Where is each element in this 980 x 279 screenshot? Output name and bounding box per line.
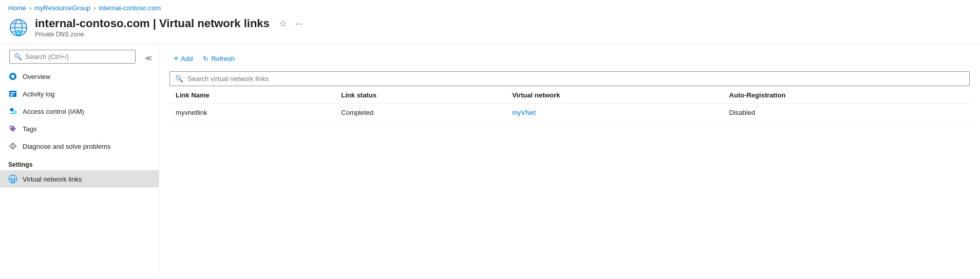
svg-point-18 bbox=[11, 127, 12, 128]
sidebar-search-box: 🔍 bbox=[9, 50, 136, 64]
cell-link-status: Completed bbox=[335, 104, 506, 122]
page-subtitle: Private DNS zone bbox=[35, 31, 305, 38]
svg-text:↔: ↔ bbox=[17, 32, 20, 35]
header-text: internal-contoso.com | Virtual network l… bbox=[35, 17, 305, 38]
sidebar-search-input[interactable] bbox=[25, 53, 131, 61]
search-icon: 🔍 bbox=[14, 53, 22, 61]
refresh-button[interactable]: ↻ Refresh bbox=[199, 53, 239, 65]
breadcrumb-resource[interactable]: internal-contoso.com bbox=[99, 4, 161, 12]
page-title: internal-contoso.com | Virtual network l… bbox=[35, 17, 305, 30]
diagnose-icon bbox=[8, 142, 17, 151]
iam-icon bbox=[8, 107, 17, 116]
toolbar: + Add ↻ Refresh bbox=[169, 48, 970, 71]
overview-icon bbox=[8, 72, 17, 81]
vnet-links-icon: ↔ bbox=[8, 174, 17, 184]
content-search-box: 🔍 bbox=[169, 71, 970, 86]
tags-icon bbox=[8, 124, 17, 133]
svg-text:↔: ↔ bbox=[12, 181, 14, 183]
col-virtual-network: Virtual network bbox=[506, 86, 723, 104]
sidebar-item-access-control[interactable]: Access control (IAM) bbox=[0, 103, 159, 120]
content-search-input[interactable] bbox=[187, 75, 964, 83]
activity-icon bbox=[8, 89, 17, 98]
add-icon: + bbox=[174, 54, 178, 63]
sidebar-search-row: 🔍 ≪ bbox=[0, 48, 159, 68]
col-auto-registration: Auto-Registration bbox=[723, 86, 970, 104]
main-layout: 🔍 ≪ Overview Activity log Access control… bbox=[0, 44, 980, 276]
resource-icon: ↔ bbox=[8, 17, 29, 38]
links-table: Link Name Link status Virtual network Au… bbox=[169, 86, 970, 122]
refresh-icon: ↻ bbox=[203, 55, 209, 63]
table-row: myvnetlink Completed myVNet Disabled bbox=[169, 104, 970, 122]
svg-rect-10 bbox=[10, 92, 15, 93]
sidebar-item-diagnose[interactable]: Diagnose and solve problems bbox=[0, 137, 159, 155]
breadcrumb: Home › myResourceGroup › internal-contos… bbox=[0, 0, 980, 14]
breadcrumb-resource-group[interactable]: myResourceGroup bbox=[34, 4, 90, 12]
cell-virtual-network: myVNet bbox=[506, 104, 723, 122]
content-search-icon: 🔍 bbox=[175, 75, 183, 83]
collapse-button[interactable]: ≪ bbox=[143, 52, 155, 64]
cell-auto-registration: Disabled bbox=[723, 104, 970, 122]
settings-section-header: Settings bbox=[0, 155, 159, 170]
svg-rect-8 bbox=[11, 75, 14, 78]
svg-rect-11 bbox=[10, 94, 14, 95]
add-button[interactable]: + Add bbox=[169, 52, 197, 65]
content-area: + Add ↻ Refresh 🔍 Link Name Link status … bbox=[159, 44, 980, 276]
sidebar-item-tags[interactable]: Tags bbox=[0, 120, 159, 137]
sidebar: 🔍 ≪ Overview Activity log Access control… bbox=[0, 44, 159, 276]
col-link-status: Link status bbox=[335, 86, 506, 104]
svg-rect-12 bbox=[10, 95, 13, 96]
cell-link-name: myvnetlink bbox=[169, 104, 335, 122]
page-header: ↔ internal-contoso.com | Virtual network… bbox=[0, 14, 980, 43]
more-button[interactable]: ··· bbox=[293, 17, 305, 30]
sidebar-item-activity-log[interactable]: Activity log bbox=[0, 85, 159, 103]
col-link-name: Link Name bbox=[169, 86, 335, 104]
favorite-button[interactable]: ☆ bbox=[277, 17, 289, 30]
sidebar-item-overview[interactable]: Overview bbox=[0, 68, 159, 85]
breadcrumb-home[interactable]: Home bbox=[8, 4, 26, 12]
sidebar-item-virtual-network-links[interactable]: ↔ Virtual network links bbox=[0, 170, 159, 188]
virtual-network-link[interactable]: myVNet bbox=[512, 109, 536, 116]
